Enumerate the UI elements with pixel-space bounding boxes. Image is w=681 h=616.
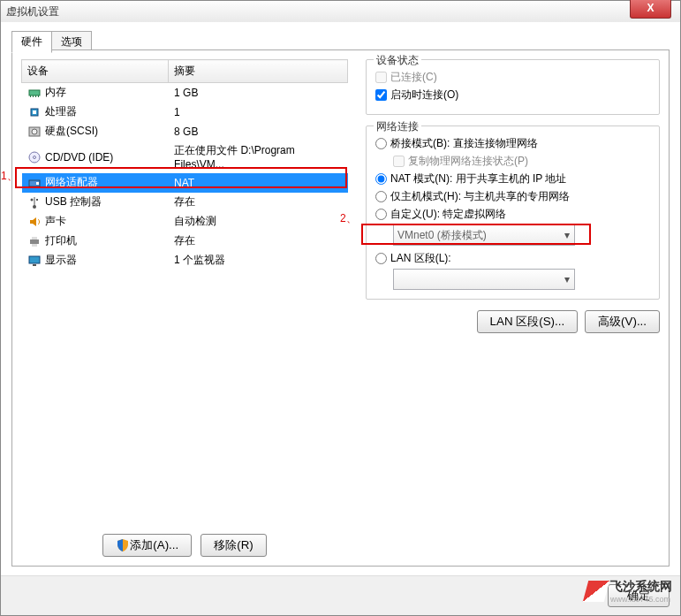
device-row-sound[interactable]: 声卡自动检测 xyxy=(22,212,348,232)
svg-rect-20 xyxy=(29,256,40,263)
col-summary[interactable]: 摘要 xyxy=(169,60,348,83)
brand-logo-icon xyxy=(583,581,609,602)
device-row-display[interactable]: 显示器1 个监视器 xyxy=(22,251,348,270)
connected-check[interactable]: 已连接(C) xyxy=(375,70,650,85)
device-summary: 1 个监视器 xyxy=(169,251,348,270)
svg-rect-0 xyxy=(29,90,40,95)
annotation-1: 1、 xyxy=(1,169,18,184)
tab-hardware[interactable]: 硬件 xyxy=(11,31,52,53)
device-summary: 存在 xyxy=(169,232,348,251)
bridge-input[interactable] xyxy=(375,138,387,149)
device-name: 显示器 xyxy=(45,253,77,268)
custom-input[interactable] xyxy=(375,209,387,220)
replicate-check[interactable]: 复制物理网络连接状态(P) xyxy=(375,154,650,169)
bridge-label: 桥接模式(B): 直接连接物理网络 xyxy=(390,136,538,151)
lan-segments-button[interactable]: LAN 区段(S)... xyxy=(477,310,579,333)
hdd-icon xyxy=(27,125,42,139)
device-name: 网络适配器 xyxy=(45,175,98,190)
custom-select[interactable]: VMnet0 (桥接模式) ▾ xyxy=(393,224,575,246)
device-summary: 1 xyxy=(169,103,348,122)
bridge-radio[interactable]: 桥接模式(B): 直接连接物理网络 xyxy=(375,136,650,151)
close-button[interactable]: X xyxy=(630,0,671,19)
replicate-checkbox xyxy=(393,156,405,167)
add-button[interactable]: 添加(A)... xyxy=(102,534,192,557)
lan-radio[interactable]: LAN 区段(L): xyxy=(375,251,650,266)
lan-select[interactable]: ▾ xyxy=(393,269,575,290)
svg-rect-3 xyxy=(35,95,36,97)
brand-url: www.fs0745.com xyxy=(610,595,672,604)
device-buttons: 添加(A)... 移除(R) xyxy=(21,534,348,557)
svg-point-10 xyxy=(34,156,36,158)
svg-rect-2 xyxy=(33,95,34,97)
svg-rect-12 xyxy=(36,182,39,185)
device-row-hdd[interactable]: 硬盘(SCSI)8 GB xyxy=(22,122,348,141)
svg-rect-4 xyxy=(38,95,39,97)
connect-on-check[interactable]: 启动时连接(O) xyxy=(375,87,650,103)
nat-label: NAT 模式(N): 用于共享主机的 IP 地址 xyxy=(390,171,566,186)
device-name: USB 控制器 xyxy=(45,194,102,209)
col-device[interactable]: 设备 xyxy=(22,60,169,83)
remove-button[interactable]: 移除(R) xyxy=(201,534,267,557)
status-group: 设备状态 已连接(C) 启动时连接(O) xyxy=(366,59,660,115)
device-row-memory[interactable]: 内存1 GB xyxy=(22,83,348,103)
custom-select-value: VMnet0 (桥接模式) xyxy=(397,228,487,243)
advanced-button[interactable]: 高级(V)... xyxy=(585,310,660,333)
device-name: 声卡 xyxy=(45,214,66,229)
device-summary: 8 GB xyxy=(169,122,348,141)
svg-rect-16 xyxy=(36,199,38,201)
device-row-printer[interactable]: 打印机存在 xyxy=(22,232,348,251)
replicate-label: 复制物理网络连接状态(P) xyxy=(408,154,528,169)
device-table: 设备 摘要 内存1 GB处理器1硬盘(SCSI)8 GBCD/DVD (IDE)… xyxy=(21,59,348,270)
connection-group: 网络连接 桥接模式(B): 直接连接物理网络 复制物理网络连接状态(P) NAT… xyxy=(366,125,660,300)
connect-on-label: 启动时连接(O) xyxy=(390,87,458,103)
annotation-2: 2、 xyxy=(340,211,357,226)
svg-rect-14 xyxy=(34,197,35,206)
printer-icon xyxy=(27,234,42,248)
window-title: 虚拟机设置 xyxy=(1,4,59,19)
device-summary: 1 GB xyxy=(169,83,348,103)
lan-label: LAN 区段(L): xyxy=(390,251,451,266)
titlebar: 虚拟机设置 xyxy=(1,1,680,23)
footer: 确定 xyxy=(1,575,680,615)
chevron-down-icon: ▾ xyxy=(560,229,574,241)
nat-radio[interactable]: NAT 模式(N): 用于共享主机的 IP 地址 xyxy=(375,171,650,186)
cd-icon xyxy=(27,150,42,164)
device-name: 打印机 xyxy=(45,233,77,248)
tab-panel: 设备 摘要 内存1 GB处理器1硬盘(SCSI)8 GBCD/DVD (IDE)… xyxy=(11,49,670,567)
usb-icon xyxy=(27,195,42,209)
connect-on-checkbox[interactable] xyxy=(375,89,387,101)
device-list-panel: 设备 摘要 内存1 GB处理器1硬盘(SCSI)8 GBCD/DVD (IDE)… xyxy=(21,59,348,557)
hostonly-input[interactable] xyxy=(375,191,387,202)
sound-icon xyxy=(27,215,42,229)
brand-name: 飞沙系统网 xyxy=(610,579,672,595)
device-summary: 存在 xyxy=(169,193,348,212)
connected-checkbox xyxy=(375,72,387,83)
nic-icon xyxy=(27,176,42,190)
svg-rect-21 xyxy=(33,264,36,266)
custom-radio[interactable]: 自定义(U): 特定虚拟网络 xyxy=(375,207,650,222)
nat-input[interactable] xyxy=(375,173,387,185)
device-summary: NAT xyxy=(169,173,348,193)
chevron-down-icon: ▾ xyxy=(560,273,574,285)
watermark: 飞沙系统网 www.fs0745.com xyxy=(586,579,672,604)
device-name: CD/DVD (IDE) xyxy=(45,151,113,164)
svg-rect-18 xyxy=(32,237,37,240)
vm-settings-window: 虚拟机设置 X 1、 2、 硬件 选项 设备 摘要 内存1 GB处理器1硬盘(S… xyxy=(0,0,681,616)
cpu-icon xyxy=(27,105,42,119)
custom-label: 自定义(U): 特定虚拟网络 xyxy=(390,207,506,222)
device-name: 内存 xyxy=(45,85,66,100)
svg-rect-17 xyxy=(30,240,39,244)
device-summary: 正在使用文件 D:\Program Files\VM... xyxy=(169,141,348,173)
hostonly-radio[interactable]: 仅主机模式(H): 与主机共享的专用网络 xyxy=(375,189,650,204)
device-row-nic[interactable]: 网络适配器NAT xyxy=(22,173,348,193)
device-row-cpu[interactable]: 处理器1 xyxy=(22,103,348,122)
lan-input[interactable] xyxy=(375,253,387,264)
memory-icon xyxy=(27,86,42,100)
content-area: 1、 2、 硬件 选项 设备 摘要 内存1 GB处理器1硬盘(SCSI)8 GB… xyxy=(1,22,680,575)
device-row-usb[interactable]: USB 控制器存在 xyxy=(22,193,348,212)
device-row-cd[interactable]: CD/DVD (IDE)正在使用文件 D:\Program Files\VM..… xyxy=(22,141,348,173)
hostonly-label: 仅主机模式(H): 与主机共享的专用网络 xyxy=(390,189,570,204)
settings-panel: 设备状态 已连接(C) 启动时连接(O) 网络连接 桥接模式(B): 直接连接物 xyxy=(366,59,660,557)
device-name: 处理器 xyxy=(45,104,77,119)
svg-point-15 xyxy=(31,198,34,201)
